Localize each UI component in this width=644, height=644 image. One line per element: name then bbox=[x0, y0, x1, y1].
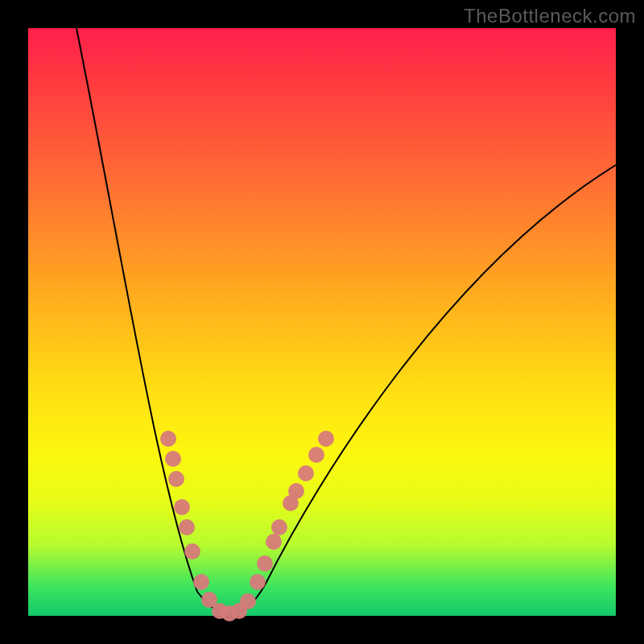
data-point bbox=[318, 431, 334, 447]
chart-frame: TheBottleneck.com bbox=[0, 0, 644, 644]
chart-svg bbox=[28, 28, 616, 616]
data-point bbox=[160, 431, 176, 447]
data-point bbox=[266, 534, 282, 550]
gradient-plot-area bbox=[28, 28, 616, 616]
bottleneck-curve bbox=[76, 28, 616, 614]
data-point bbox=[184, 543, 200, 559]
data-point bbox=[288, 483, 304, 499]
data-point bbox=[257, 555, 273, 572]
data-point bbox=[168, 471, 184, 487]
data-point bbox=[174, 499, 190, 515]
watermark-text: TheBottleneck.com bbox=[464, 5, 636, 27]
data-point bbox=[240, 593, 256, 609]
data-point bbox=[179, 519, 195, 535]
data-point bbox=[271, 519, 287, 535]
data-point bbox=[165, 451, 181, 467]
data-point bbox=[308, 447, 324, 463]
data-point bbox=[250, 574, 266, 590]
data-points-group bbox=[160, 431, 334, 621]
data-point bbox=[193, 574, 209, 590]
data-point bbox=[298, 465, 314, 481]
